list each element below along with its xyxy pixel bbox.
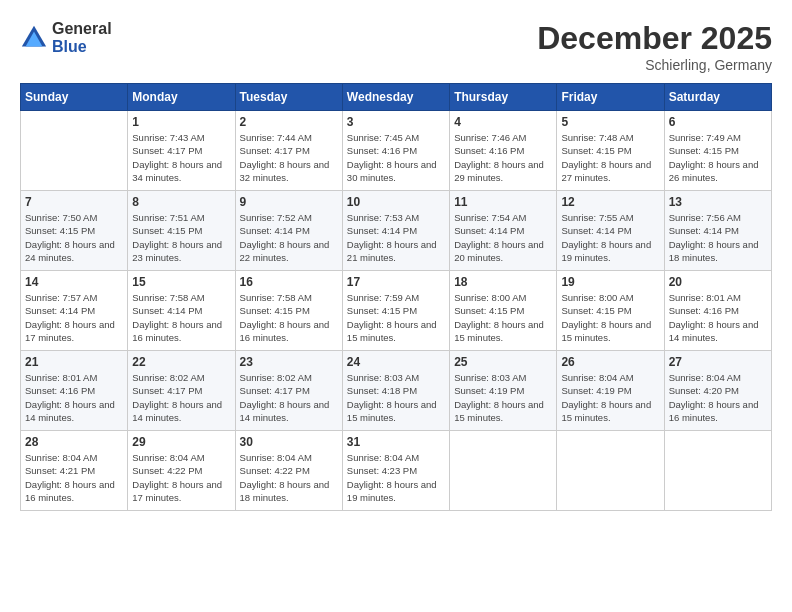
day-info: Sunrise: 7:49 AMSunset: 4:15 PMDaylight:… bbox=[669, 131, 767, 184]
weekday-header-row: SundayMondayTuesdayWednesdayThursdayFrid… bbox=[21, 84, 772, 111]
calendar-cell: 25Sunrise: 8:03 AMSunset: 4:19 PMDayligh… bbox=[450, 351, 557, 431]
calendar-cell: 5Sunrise: 7:48 AMSunset: 4:15 PMDaylight… bbox=[557, 111, 664, 191]
day-number: 2 bbox=[240, 115, 338, 129]
day-info: Sunrise: 7:52 AMSunset: 4:14 PMDaylight:… bbox=[240, 211, 338, 264]
calendar-week-row: 14Sunrise: 7:57 AMSunset: 4:14 PMDayligh… bbox=[21, 271, 772, 351]
day-info: Sunrise: 8:00 AMSunset: 4:15 PMDaylight:… bbox=[561, 291, 659, 344]
calendar-cell: 26Sunrise: 8:04 AMSunset: 4:19 PMDayligh… bbox=[557, 351, 664, 431]
day-number: 9 bbox=[240, 195, 338, 209]
calendar-cell: 24Sunrise: 8:03 AMSunset: 4:18 PMDayligh… bbox=[342, 351, 449, 431]
calendar-week-row: 1Sunrise: 7:43 AMSunset: 4:17 PMDaylight… bbox=[21, 111, 772, 191]
calendar-cell: 30Sunrise: 8:04 AMSunset: 4:22 PMDayligh… bbox=[235, 431, 342, 511]
calendar-cell: 31Sunrise: 8:04 AMSunset: 4:23 PMDayligh… bbox=[342, 431, 449, 511]
day-info: Sunrise: 7:58 AMSunset: 4:15 PMDaylight:… bbox=[240, 291, 338, 344]
day-number: 27 bbox=[669, 355, 767, 369]
day-info: Sunrise: 7:56 AMSunset: 4:14 PMDaylight:… bbox=[669, 211, 767, 264]
day-number: 7 bbox=[25, 195, 123, 209]
calendar-cell: 16Sunrise: 7:58 AMSunset: 4:15 PMDayligh… bbox=[235, 271, 342, 351]
calendar-cell: 3Sunrise: 7:45 AMSunset: 4:16 PMDaylight… bbox=[342, 111, 449, 191]
weekday-header-thursday: Thursday bbox=[450, 84, 557, 111]
day-info: Sunrise: 7:58 AMSunset: 4:14 PMDaylight:… bbox=[132, 291, 230, 344]
day-number: 4 bbox=[454, 115, 552, 129]
calendar-cell: 22Sunrise: 8:02 AMSunset: 4:17 PMDayligh… bbox=[128, 351, 235, 431]
day-number: 29 bbox=[132, 435, 230, 449]
day-info: Sunrise: 8:01 AMSunset: 4:16 PMDaylight:… bbox=[25, 371, 123, 424]
calendar-cell: 20Sunrise: 8:01 AMSunset: 4:16 PMDayligh… bbox=[664, 271, 771, 351]
calendar-cell bbox=[557, 431, 664, 511]
calendar-cell: 4Sunrise: 7:46 AMSunset: 4:16 PMDaylight… bbox=[450, 111, 557, 191]
calendar-cell bbox=[21, 111, 128, 191]
day-info: Sunrise: 8:04 AMSunset: 4:22 PMDaylight:… bbox=[240, 451, 338, 504]
day-info: Sunrise: 7:43 AMSunset: 4:17 PMDaylight:… bbox=[132, 131, 230, 184]
day-info: Sunrise: 8:03 AMSunset: 4:19 PMDaylight:… bbox=[454, 371, 552, 424]
day-number: 28 bbox=[25, 435, 123, 449]
day-number: 6 bbox=[669, 115, 767, 129]
day-number: 3 bbox=[347, 115, 445, 129]
calendar-cell: 11Sunrise: 7:54 AMSunset: 4:14 PMDayligh… bbox=[450, 191, 557, 271]
day-info: Sunrise: 7:55 AMSunset: 4:14 PMDaylight:… bbox=[561, 211, 659, 264]
day-number: 15 bbox=[132, 275, 230, 289]
day-number: 17 bbox=[347, 275, 445, 289]
day-info: Sunrise: 8:04 AMSunset: 4:20 PMDaylight:… bbox=[669, 371, 767, 424]
day-info: Sunrise: 8:04 AMSunset: 4:22 PMDaylight:… bbox=[132, 451, 230, 504]
calendar-cell bbox=[664, 431, 771, 511]
day-info: Sunrise: 8:04 AMSunset: 4:21 PMDaylight:… bbox=[25, 451, 123, 504]
day-number: 25 bbox=[454, 355, 552, 369]
calendar-cell bbox=[450, 431, 557, 511]
day-info: Sunrise: 8:03 AMSunset: 4:18 PMDaylight:… bbox=[347, 371, 445, 424]
logo-blue: Blue bbox=[52, 38, 87, 55]
day-number: 13 bbox=[669, 195, 767, 209]
calendar-week-row: 21Sunrise: 8:01 AMSunset: 4:16 PMDayligh… bbox=[21, 351, 772, 431]
day-info: Sunrise: 8:04 AMSunset: 4:19 PMDaylight:… bbox=[561, 371, 659, 424]
calendar-table: SundayMondayTuesdayWednesdayThursdayFrid… bbox=[20, 83, 772, 511]
calendar-cell: 7Sunrise: 7:50 AMSunset: 4:15 PMDaylight… bbox=[21, 191, 128, 271]
day-number: 19 bbox=[561, 275, 659, 289]
calendar-cell: 28Sunrise: 8:04 AMSunset: 4:21 PMDayligh… bbox=[21, 431, 128, 511]
day-number: 16 bbox=[240, 275, 338, 289]
location-title: Schierling, Germany bbox=[537, 57, 772, 73]
calendar-cell: 19Sunrise: 8:00 AMSunset: 4:15 PMDayligh… bbox=[557, 271, 664, 351]
day-number: 31 bbox=[347, 435, 445, 449]
day-info: Sunrise: 7:46 AMSunset: 4:16 PMDaylight:… bbox=[454, 131, 552, 184]
logo-icon bbox=[20, 24, 48, 52]
calendar-cell: 15Sunrise: 7:58 AMSunset: 4:14 PMDayligh… bbox=[128, 271, 235, 351]
calendar-cell: 23Sunrise: 8:02 AMSunset: 4:17 PMDayligh… bbox=[235, 351, 342, 431]
day-number: 11 bbox=[454, 195, 552, 209]
day-number: 10 bbox=[347, 195, 445, 209]
calendar-cell: 21Sunrise: 8:01 AMSunset: 4:16 PMDayligh… bbox=[21, 351, 128, 431]
day-info: Sunrise: 8:01 AMSunset: 4:16 PMDaylight:… bbox=[669, 291, 767, 344]
day-info: Sunrise: 8:02 AMSunset: 4:17 PMDaylight:… bbox=[132, 371, 230, 424]
weekday-header-wednesday: Wednesday bbox=[342, 84, 449, 111]
day-number: 12 bbox=[561, 195, 659, 209]
calendar-cell: 2Sunrise: 7:44 AMSunset: 4:17 PMDaylight… bbox=[235, 111, 342, 191]
day-number: 8 bbox=[132, 195, 230, 209]
day-number: 20 bbox=[669, 275, 767, 289]
day-number: 24 bbox=[347, 355, 445, 369]
weekday-header-saturday: Saturday bbox=[664, 84, 771, 111]
calendar-cell: 18Sunrise: 8:00 AMSunset: 4:15 PMDayligh… bbox=[450, 271, 557, 351]
day-info: Sunrise: 7:54 AMSunset: 4:14 PMDaylight:… bbox=[454, 211, 552, 264]
calendar-cell: 17Sunrise: 7:59 AMSunset: 4:15 PMDayligh… bbox=[342, 271, 449, 351]
calendar-cell: 9Sunrise: 7:52 AMSunset: 4:14 PMDaylight… bbox=[235, 191, 342, 271]
calendar-cell: 14Sunrise: 7:57 AMSunset: 4:14 PMDayligh… bbox=[21, 271, 128, 351]
day-info: Sunrise: 8:00 AMSunset: 4:15 PMDaylight:… bbox=[454, 291, 552, 344]
logo: General Blue bbox=[20, 20, 112, 56]
day-info: Sunrise: 8:02 AMSunset: 4:17 PMDaylight:… bbox=[240, 371, 338, 424]
weekday-header-friday: Friday bbox=[557, 84, 664, 111]
calendar-cell: 6Sunrise: 7:49 AMSunset: 4:15 PMDaylight… bbox=[664, 111, 771, 191]
day-number: 21 bbox=[25, 355, 123, 369]
day-info: Sunrise: 8:04 AMSunset: 4:23 PMDaylight:… bbox=[347, 451, 445, 504]
page-header: General Blue December 2025 Schierling, G… bbox=[20, 20, 772, 73]
day-number: 30 bbox=[240, 435, 338, 449]
day-info: Sunrise: 7:51 AMSunset: 4:15 PMDaylight:… bbox=[132, 211, 230, 264]
calendar-cell: 13Sunrise: 7:56 AMSunset: 4:14 PMDayligh… bbox=[664, 191, 771, 271]
calendar-cell: 12Sunrise: 7:55 AMSunset: 4:14 PMDayligh… bbox=[557, 191, 664, 271]
day-info: Sunrise: 7:57 AMSunset: 4:14 PMDaylight:… bbox=[25, 291, 123, 344]
month-title: December 2025 bbox=[537, 20, 772, 57]
day-number: 23 bbox=[240, 355, 338, 369]
day-info: Sunrise: 7:50 AMSunset: 4:15 PMDaylight:… bbox=[25, 211, 123, 264]
title-area: December 2025 Schierling, Germany bbox=[537, 20, 772, 73]
day-info: Sunrise: 7:48 AMSunset: 4:15 PMDaylight:… bbox=[561, 131, 659, 184]
day-number: 1 bbox=[132, 115, 230, 129]
day-number: 26 bbox=[561, 355, 659, 369]
